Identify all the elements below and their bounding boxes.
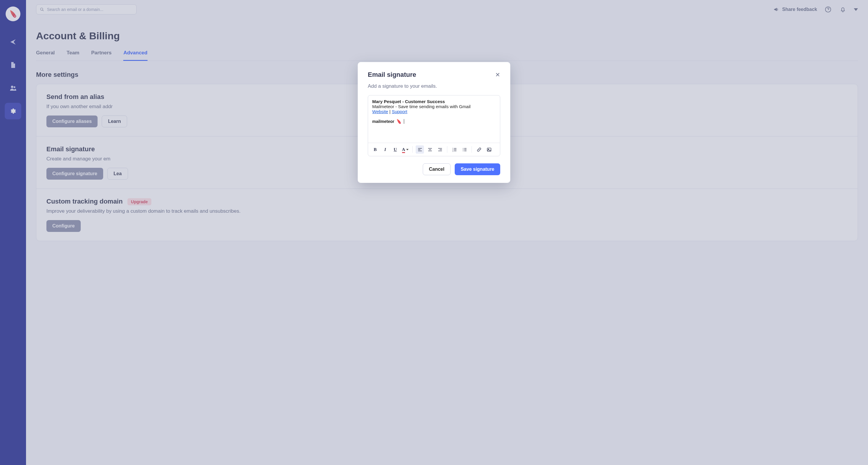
close-icon[interactable]: ✕ (495, 72, 500, 78)
link-separator: | (388, 109, 392, 114)
link-button[interactable] (475, 145, 483, 154)
underline-button[interactable]: U (391, 145, 399, 154)
svg-text:3: 3 (452, 151, 453, 152)
signature-modal: Email signature ✕ Add a signature to you… (358, 62, 510, 183)
modal-subtitle: Add a signature to your emails. (368, 83, 500, 89)
signature-editor-body[interactable]: Mary Pesquet - Customer Success Mailmete… (368, 95, 500, 143)
signature-tagline: Mailmeteor - Save time sending emails wi… (372, 104, 496, 109)
svg-text:1: 1 (452, 147, 453, 149)
bold-button[interactable]: B (371, 145, 379, 154)
modal-actions: Cancel Save signature (368, 163, 500, 175)
svg-point-26 (463, 151, 463, 151)
unordered-list-button[interactable] (460, 145, 469, 154)
align-right-button[interactable] (436, 145, 444, 154)
svg-rect-30 (487, 148, 491, 151)
toolbar-separator (471, 146, 472, 153)
align-center-button[interactable] (426, 145, 434, 154)
align-left-button[interactable] (416, 145, 424, 154)
modal-overlay[interactable]: Email signature ✕ Add a signature to you… (0, 0, 868, 465)
signature-link-website[interactable]: Website (372, 109, 388, 114)
svg-point-25 (463, 149, 463, 150)
italic-button[interactable]: I (381, 145, 390, 154)
signature-link-support[interactable]: Support (392, 109, 407, 114)
mailmeteor-logo-icon (396, 118, 402, 125)
save-signature-button[interactable]: Save signature (455, 163, 500, 175)
signature-links: Website | Support (372, 109, 496, 114)
modal-title: Email signature (368, 71, 416, 78)
cancel-button[interactable]: Cancel (423, 163, 451, 175)
ordered-list-button[interactable]: 123 (450, 145, 459, 154)
signature-brand-row: mailmeteor (372, 118, 496, 125)
chevron-down-icon (406, 149, 409, 151)
toolbar-separator (412, 146, 413, 153)
image-button[interactable] (485, 145, 493, 154)
editor-toolbar: B I U A 123 (368, 143, 500, 156)
signature-brand-text: mailmeteor (372, 119, 394, 124)
signature-editor: Mary Pesquet - Customer Success Mailmete… (368, 95, 500, 156)
text-color-button[interactable]: A (401, 145, 409, 154)
svg-point-24 (463, 148, 463, 148)
svg-text:2: 2 (452, 149, 453, 151)
signature-name: Mary Pesquet - Customer Success (372, 99, 496, 104)
